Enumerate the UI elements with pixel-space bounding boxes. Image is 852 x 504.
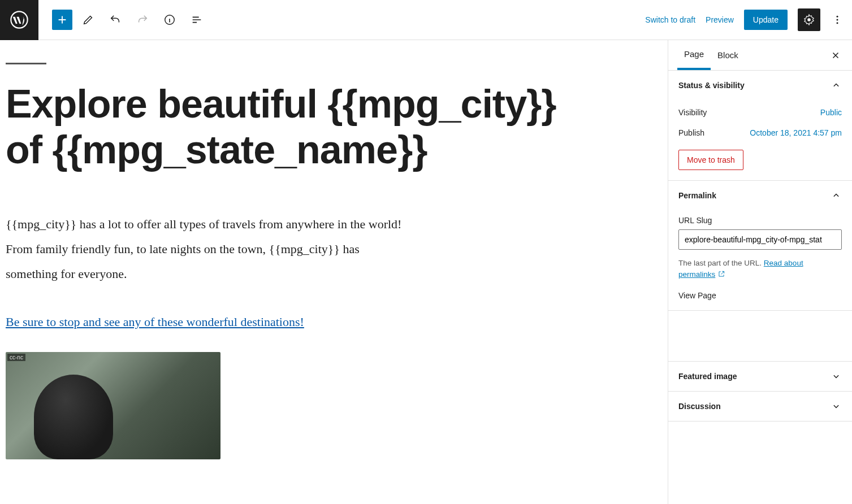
gear-icon — [803, 14, 815, 26]
redo-icon — [136, 14, 149, 26]
settings-sidebar: Page Block Status & visibility Visibilit… — [668, 40, 852, 504]
panel-featured-image: Featured image — [668, 362, 852, 392]
close-icon — [831, 50, 841, 60]
preview-link[interactable]: Preview — [706, 15, 734, 24]
panel-discussion: Discussion — [668, 392, 852, 422]
url-slug-input[interactable] — [678, 229, 842, 250]
panel-title: Discussion — [678, 402, 721, 411]
more-options-button[interactable] — [831, 14, 844, 25]
pencil-icon — [82, 14, 94, 26]
panel-title: Featured image — [678, 372, 737, 381]
editor-canvas[interactable]: Explore beautiful {{mpg_city}} of {{mpg_… — [0, 40, 668, 504]
panel-header-permalink[interactable]: Permalink — [668, 181, 852, 210]
redo-button[interactable] — [131, 8, 154, 31]
chevron-down-icon — [831, 401, 842, 412]
publish-value[interactable]: October 18, 2021 4:57 pm — [750, 128, 842, 137]
panel-status-visibility: Status & visibility Visibility Public Pu… — [668, 71, 852, 181]
list-icon — [191, 14, 203, 26]
panel-header-featured[interactable]: Featured image — [668, 362, 852, 391]
edit-tool-button[interactable] — [77, 8, 100, 31]
svg-point-4 — [837, 19, 838, 21]
kebab-icon — [832, 14, 843, 25]
sidebar-tabs: Page Block — [668, 40, 852, 71]
panel-permalink: Permalink URL Slug The last part of the … — [668, 181, 852, 311]
undo-icon — [109, 14, 122, 26]
chevron-down-icon — [831, 371, 842, 382]
publish-label: Publish — [678, 128, 704, 137]
close-sidebar-button[interactable] — [828, 48, 843, 63]
chevron-up-icon — [831, 80, 842, 91]
panel-title: Permalink — [678, 191, 716, 200]
settings-button[interactable] — [798, 8, 820, 31]
post-link[interactable]: Be sure to stop and see any of these won… — [6, 315, 304, 329]
plus-icon — [56, 14, 68, 26]
image-license-badge: cc-nc — [7, 354, 25, 361]
wordpress-icon — [10, 11, 28, 29]
update-button[interactable]: Update — [744, 10, 788, 30]
visibility-label: Visibility — [678, 108, 707, 117]
top-toolbar: Switch to draft Preview Update — [0, 0, 852, 40]
svg-point-2 — [807, 18, 811, 21]
view-page-link[interactable]: View Page — [678, 291, 842, 300]
post-image[interactable]: cc-nc — [6, 352, 220, 459]
visibility-value[interactable]: Public — [820, 108, 842, 117]
switch-to-draft-link[interactable]: Switch to draft — [645, 15, 695, 24]
post-title[interactable]: Explore beautiful {{mpg_city}} of {{mpg_… — [6, 81, 599, 172]
external-link-icon — [717, 270, 725, 278]
url-slug-label: URL Slug — [678, 216, 842, 225]
outline-button[interactable] — [185, 8, 208, 31]
tab-page[interactable]: Page — [677, 40, 711, 70]
info-icon — [163, 14, 176, 26]
post-paragraph[interactable]: {{mpg_city}} has a lot to offer all type… — [6, 212, 413, 286]
title-rule — [6, 63, 46, 64]
chevron-up-icon — [831, 190, 842, 201]
panel-title: Status & visibility — [678, 81, 745, 90]
permalink-help-text: The last part of the URL. Read about per… — [678, 258, 842, 281]
move-to-trash-button[interactable]: Move to trash — [678, 150, 743, 170]
panel-header-discussion[interactable]: Discussion — [668, 392, 852, 421]
panel-header-status[interactable]: Status & visibility — [668, 71, 852, 100]
svg-point-5 — [837, 22, 838, 24]
tab-block[interactable]: Block — [711, 41, 745, 69]
info-button[interactable] — [158, 8, 181, 31]
add-block-button[interactable] — [52, 10, 72, 30]
svg-point-3 — [837, 16, 838, 18]
wordpress-logo[interactable] — [0, 0, 38, 40]
undo-button[interactable] — [104, 8, 127, 31]
